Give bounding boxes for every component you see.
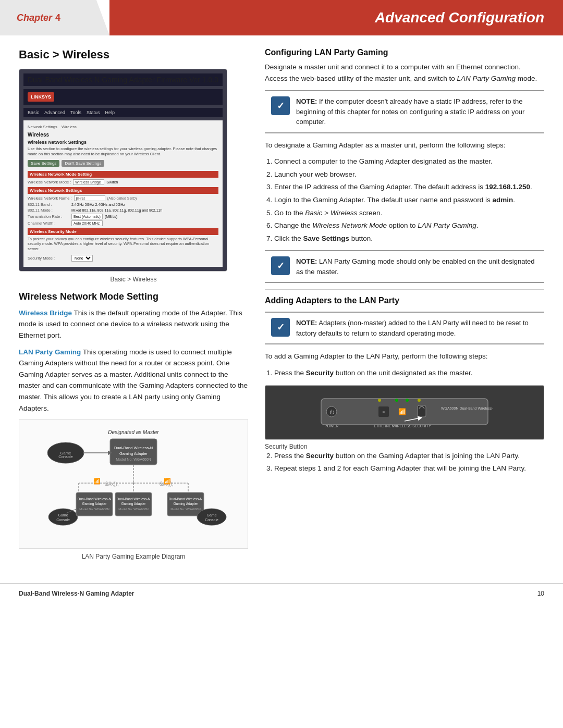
svg-text:📶: 📶	[93, 477, 101, 485]
svg-text:Gaming Adapter: Gaming Adapter	[174, 502, 199, 506]
ss-buttons: Save Settings Don't Save Settings	[28, 160, 218, 167]
ss-band-value: 2.4GHz 5GHz 2.4GHz and 5GHz	[71, 203, 125, 206]
ss-mode-value: Mixed 802.11a, 802.11a, 802.11g, 802.11g…	[71, 208, 162, 212]
ss-header-right: Firmware Ver 1.0.0	[157, 76, 218, 84]
chapter-tab: Chapter 4	[0, 0, 109, 35]
svg-point-50	[418, 399, 421, 402]
note1-text: If the computer doesn't already have a s…	[296, 97, 524, 126]
left-section-title: Basic > Wireless	[19, 48, 248, 61]
ss-mode-label: 802.11 Mode :	[28, 208, 69, 213]
ss-width-label: Channel Width :	[28, 221, 69, 226]
ss-nav-tools: Tools	[70, 110, 81, 115]
svg-text:Model No: WGA600N: Model No: WGA600N	[116, 458, 151, 461]
list-item: Press the Security button on the Gaming …	[274, 450, 544, 462]
ss-rate-row: Transmission Rate : Best (Automatic) (MB…	[28, 214, 218, 219]
svg-text:SECURITY: SECURITY	[412, 424, 431, 428]
list-item: Launch your web browser.	[274, 169, 544, 180]
svg-point-49	[406, 399, 409, 402]
list-item: Repeat steps 1 and 2 for each Gaming Ada…	[274, 463, 544, 474]
security-caption: Security Button	[265, 443, 544, 450]
section1-title: Configuring LAN Party Gaming	[265, 48, 544, 57]
steps1-intro: To designate a Gaming Adapter as a maste…	[265, 140, 544, 151]
svg-point-33	[197, 509, 226, 525]
footer-product: Dual-Band Wireless-N Gaming Adapter	[19, 590, 134, 597]
page-title: Advanced Configuration	[375, 9, 544, 26]
ss-nav-help: Help	[105, 110, 115, 115]
ss-nav-basic: Basic	[28, 110, 39, 115]
ss-nav-status: Status	[87, 110, 100, 115]
ss-header: Dual-Band Wireless-N Gaming Adapter Firm…	[23, 73, 223, 86]
note-box-3: NOTE: Adapters (non-master) added to the…	[265, 312, 544, 344]
ss-save-btn[interactable]: Save Settings	[28, 160, 59, 167]
ss-nav: Basic Advanced Tools Status Help	[23, 108, 223, 117]
svg-text:⏻: ⏻	[329, 410, 335, 415]
ss-rate-value: Best (Automatic)	[71, 214, 103, 219]
wireless-bridge-paragraph: Wireless Bridge This is the default oper…	[19, 307, 248, 341]
list-item: Press the Security button on the unit de…	[274, 367, 544, 379]
section1-intro-paragraph: Designate a master unit and connect it t…	[265, 61, 544, 84]
note2-text: LAN Party Gaming mode should only be ena…	[296, 257, 534, 276]
subsection-title-wireless: Wireless Network Mode Setting	[19, 291, 248, 302]
ss-rate-label: Transmission Rate :	[28, 214, 69, 219]
ss-mode-section: Wireless Network Mode Setting	[28, 171, 218, 178]
list-item: Login to the Gaming Adapter. The default…	[274, 194, 544, 206]
page-footer: Dual-Band Wireless-N Gaming Adapter 10	[0, 583, 563, 603]
svg-point-15	[48, 509, 78, 525]
svg-text:Game: Game	[58, 513, 68, 517]
svg-text:&#x));: &#x));	[105, 481, 119, 487]
svg-text:Dual-Band Wireless-N: Dual-Band Wireless-N	[78, 497, 112, 501]
divider	[265, 289, 544, 290]
screenshot-inner: Dual-Band Wireless-N Gaming Adapter Firm…	[19, 69, 227, 271]
lan-party-text: This operating mode is used to connect m…	[19, 348, 248, 412]
note-box-1: NOTE: If the computer doesn't already ha…	[265, 90, 544, 133]
ss-security-mode-select[interactable]: None	[71, 255, 93, 262]
svg-text:POWER: POWER	[325, 424, 338, 428]
ss-network-mode-row: Wireless Network Mode : Wireless Bridge …	[28, 179, 218, 185]
lan-party-paragraph: LAN Party Gaming This operating mode is …	[19, 347, 248, 414]
ss-ssid-value: jill-rat	[74, 195, 105, 201]
lan-party-label: LAN Party Gaming	[19, 348, 81, 356]
list-item: Change the Wireless Network Mode option …	[274, 220, 544, 231]
note-box-2: NOTE: LAN Party Gaming mode should only …	[265, 250, 544, 283]
svg-text:Model No: WGA600N: Model No: WGA600N	[118, 508, 149, 511]
section2-title: Adding Adapters to the LAN Party	[265, 296, 544, 305]
ss-network-mode-value: Wireless Bridge	[73, 179, 104, 185]
svg-text:ETHERNET: ETHERNET	[374, 424, 394, 428]
note-icon-1	[271, 96, 290, 115]
note-icon-2	[271, 256, 290, 275]
steps2-list: Press the Security button on the unit de…	[265, 367, 544, 379]
ss-security-mode-row: Security Mode : None	[28, 255, 218, 262]
list-item: Click the Save Settings button.	[274, 233, 544, 244]
note3-label: NOTE:	[296, 319, 317, 327]
svg-point-47	[378, 399, 381, 402]
svg-text:WGA600N Dual-Band Wireless-N G: WGA600N Dual-Band Wireless-N Gaming Adap…	[441, 406, 493, 411]
diagram-area: Designated as Master Dual-Band Wireless-…	[19, 419, 248, 549]
section1-intro-end: mode.	[518, 75, 537, 82]
svg-text:Designated as Master: Designated as Master	[108, 429, 159, 435]
ss-content: Network Settings Wireless Wireless Wirel…	[23, 120, 223, 267]
steps2-list-cont: Press the Security button on the Gaming …	[265, 450, 544, 474]
svg-text:Dual-Band Wireless-N: Dual-Band Wireless-N	[117, 497, 151, 501]
svg-text:Dual-Band Wireless-N: Dual-Band Wireless-N	[114, 446, 153, 450]
svg-rect-45	[418, 405, 426, 417]
ss-width-value: Auto 20/40 MHz	[71, 220, 103, 226]
ss-security-section: Wireless Security Mode	[28, 228, 218, 235]
page-header: Chapter 4 Advanced Configuration	[0, 0, 563, 35]
svg-text:Gaming Adapter: Gaming Adapter	[121, 502, 146, 506]
ss-band-row: 802.11 Band : 2.4GHz 5GHz 2.4GHz and 5GH…	[28, 202, 218, 207]
ss-mode-row: 802.11 Mode : Mixed 802.11a, 802.11a, 80…	[28, 208, 218, 213]
ss-dont-btn[interactable]: Don't Save Settings	[62, 160, 104, 167]
svg-text:Model No: WGA600N: Model No: WGA600N	[170, 508, 201, 511]
ss-ssid-label: Wireless Network Name :	[28, 196, 72, 201]
ss-header-left: Dual-Band Wireless-N Gaming Adapter	[28, 76, 155, 84]
ss-submenu: Network Settings Wireless	[28, 125, 218, 129]
svg-text:Console: Console	[205, 518, 218, 522]
security-img-area: ⏻ ≡ 📶 WGA600N Dual-Band Wireless-N Gamin…	[265, 385, 544, 440]
ss-security-mode-label: Security Mode :	[28, 256, 69, 261]
svg-text:≡: ≡	[383, 410, 385, 415]
list-item: Go to the Basic > Wireless screen.	[274, 207, 544, 219]
ss-nav-advanced: Advanced	[44, 110, 65, 115]
note3-text: Adapters (non-master) added to the LAN P…	[296, 319, 529, 337]
wireless-bridge-label: Wireless Bridge	[19, 309, 72, 317]
section1-intro-italic: LAN Party Gaming	[457, 75, 516, 82]
